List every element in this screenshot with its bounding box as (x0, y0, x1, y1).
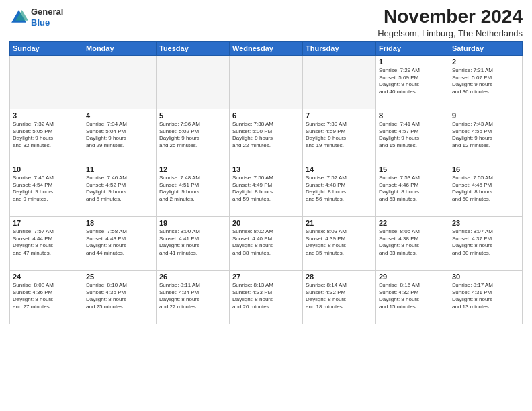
calendar-cell-w3-d5: 15Sunrise: 7:53 AMSunset: 4:46 PMDayligh… (376, 163, 449, 216)
day-number: 14 (306, 165, 373, 173)
month-title: November 2024 (378, 7, 523, 28)
calendar-cell-w4-d6: 23Sunrise: 8:07 AMSunset: 4:37 PMDayligh… (449, 216, 523, 270)
logo-blue: Blue (31, 17, 50, 28)
day-number: 18 (86, 219, 153, 227)
day-number: 29 (379, 273, 446, 281)
day-detail: Sunrise: 7:48 AMSunset: 4:51 PMDaylight:… (159, 175, 226, 203)
header-monday: Monday (83, 41, 157, 55)
day-detail: Sunrise: 7:32 AMSunset: 5:05 PMDaylight:… (13, 121, 80, 150)
day-number: 4 (86, 111, 153, 120)
day-detail: Sunrise: 7:29 AMSunset: 5:09 PMDaylight:… (379, 67, 446, 96)
day-detail: Sunrise: 8:02 AMSunset: 4:40 PMDaylight:… (232, 228, 300, 257)
day-detail: Sunrise: 8:10 AMSunset: 4:35 PMDaylight:… (86, 282, 153, 311)
calendar-cell-w1-d2 (157, 55, 230, 109)
day-number: 10 (13, 165, 80, 173)
calendar-week-2: 3Sunrise: 7:32 AMSunset: 5:05 PMDaylight… (10, 109, 523, 163)
calendar-cell-w3-d0: 10Sunrise: 7:45 AMSunset: 4:54 PMDayligh… (10, 163, 83, 216)
day-number: 27 (232, 273, 300, 281)
day-detail: Sunrise: 8:00 AMSunset: 4:41 PMDaylight:… (159, 228, 226, 257)
page: General Blue November 2024 Hegelsom, Lim… (0, 0, 532, 411)
header-tuesday: Tuesday (157, 41, 230, 55)
calendar-cell-w5-d3: 27Sunrise: 8:13 AMSunset: 4:33 PMDayligh… (230, 270, 303, 324)
day-detail: Sunrise: 7:58 AMSunset: 4:43 PMDaylight:… (86, 228, 153, 257)
calendar-cell-w4-d1: 18Sunrise: 7:58 AMSunset: 4:43 PMDayligh… (83, 216, 157, 270)
calendar-cell-w3-d6: 16Sunrise: 7:55 AMSunset: 4:45 PMDayligh… (449, 163, 523, 216)
day-detail: Sunrise: 7:46 AMSunset: 4:52 PMDaylight:… (86, 175, 153, 203)
day-number: 17 (13, 219, 80, 227)
header-friday: Friday (376, 41, 449, 55)
day-detail: Sunrise: 8:05 AMSunset: 4:38 PMDaylight:… (379, 228, 446, 257)
day-number: 16 (452, 165, 519, 173)
calendar-week-4: 17Sunrise: 7:57 AMSunset: 4:44 PMDayligh… (10, 216, 523, 270)
calendar-cell-w2-d6: 9Sunrise: 7:43 AMSunset: 4:55 PMDaylight… (449, 109, 523, 163)
day-number: 28 (306, 273, 373, 281)
calendar-cell-w4-d5: 22Sunrise: 8:05 AMSunset: 4:38 PMDayligh… (376, 216, 449, 270)
calendar-cell-w1-d1 (83, 55, 157, 109)
day-detail: Sunrise: 8:13 AMSunset: 4:33 PMDaylight:… (232, 282, 300, 311)
calendar-week-1: 1Sunrise: 7:29 AMSunset: 5:09 PMDaylight… (10, 55, 523, 109)
header-saturday: Saturday (449, 41, 523, 55)
logo: General Blue (9, 7, 63, 28)
calendar-header-row: Sunday Monday Tuesday Wednesday Thursday… (10, 41, 523, 55)
calendar-cell-w5-d5: 29Sunrise: 8:16 AMSunset: 4:32 PMDayligh… (376, 270, 449, 324)
day-detail: Sunrise: 7:50 AMSunset: 4:49 PMDaylight:… (232, 175, 300, 203)
calendar-cell-w2-d3: 6Sunrise: 7:38 AMSunset: 5:00 PMDaylight… (230, 109, 303, 163)
day-detail: Sunrise: 7:39 AMSunset: 4:59 PMDaylight:… (306, 121, 373, 150)
day-number: 20 (232, 219, 300, 227)
calendar-week-5: 24Sunrise: 8:08 AMSunset: 4:36 PMDayligh… (10, 270, 523, 324)
calendar-cell-w1-d4 (303, 55, 376, 109)
calendar-week-3: 10Sunrise: 7:45 AMSunset: 4:54 PMDayligh… (10, 163, 523, 216)
header-wednesday: Wednesday (230, 41, 303, 55)
day-number: 1 (379, 58, 446, 66)
title-block: November 2024 Hegelsom, Limburg, The Net… (378, 7, 523, 38)
calendar-cell-w4-d2: 19Sunrise: 8:00 AMSunset: 4:41 PMDayligh… (157, 216, 230, 270)
calendar-table: Sunday Monday Tuesday Wednesday Thursday… (9, 41, 523, 324)
calendar-cell-w1-d6: 2Sunrise: 7:31 AMSunset: 5:07 PMDaylight… (449, 55, 523, 109)
calendar-cell-w2-d5: 8Sunrise: 7:41 AMSunset: 4:57 PMDaylight… (376, 109, 449, 163)
calendar-cell-w5-d1: 25Sunrise: 8:10 AMSunset: 4:35 PMDayligh… (83, 270, 157, 324)
calendar-cell-w2-d1: 4Sunrise: 7:34 AMSunset: 5:04 PMDaylight… (83, 109, 157, 163)
calendar-cell-w1-d5: 1Sunrise: 7:29 AMSunset: 5:09 PMDaylight… (376, 55, 449, 109)
calendar-cell-w3-d4: 14Sunrise: 7:52 AMSunset: 4:48 PMDayligh… (303, 163, 376, 216)
day-number: 22 (379, 219, 446, 227)
day-detail: Sunrise: 7:34 AMSunset: 5:04 PMDaylight:… (86, 121, 153, 150)
calendar-cell-w5-d4: 28Sunrise: 8:14 AMSunset: 4:32 PMDayligh… (303, 270, 376, 324)
calendar-cell-w2-d0: 3Sunrise: 7:32 AMSunset: 5:05 PMDaylight… (10, 109, 83, 163)
day-number: 9 (452, 111, 519, 120)
day-number: 11 (86, 165, 153, 173)
calendar-cell-w4-d4: 21Sunrise: 8:03 AMSunset: 4:39 PMDayligh… (303, 216, 376, 270)
day-detail: Sunrise: 7:53 AMSunset: 4:46 PMDaylight:… (379, 175, 446, 203)
day-detail: Sunrise: 7:36 AMSunset: 5:02 PMDaylight:… (159, 121, 226, 150)
logo-text: General Blue (31, 7, 63, 28)
calendar-cell-w3-d1: 11Sunrise: 7:46 AMSunset: 4:52 PMDayligh… (83, 163, 157, 216)
day-number: 8 (379, 111, 446, 120)
day-detail: Sunrise: 8:17 AMSunset: 4:31 PMDaylight:… (452, 282, 519, 311)
header-sunday: Sunday (10, 41, 83, 55)
day-number: 6 (232, 111, 300, 120)
calendar-cell-w5-d0: 24Sunrise: 8:08 AMSunset: 4:36 PMDayligh… (10, 270, 83, 324)
location-title: Hegelsom, Limburg, The Netherlands (378, 28, 523, 38)
day-detail: Sunrise: 7:45 AMSunset: 4:54 PMDaylight:… (13, 175, 80, 203)
calendar-cell-w4-d0: 17Sunrise: 7:57 AMSunset: 4:44 PMDayligh… (10, 216, 83, 270)
day-number: 2 (452, 58, 519, 66)
day-detail: Sunrise: 7:57 AMSunset: 4:44 PMDaylight:… (13, 228, 80, 257)
day-detail: Sunrise: 7:31 AMSunset: 5:07 PMDaylight:… (452, 67, 519, 96)
calendar-cell-w2-d2: 5Sunrise: 7:36 AMSunset: 5:02 PMDaylight… (157, 109, 230, 163)
calendar-cell-w3-d3: 13Sunrise: 7:50 AMSunset: 4:49 PMDayligh… (230, 163, 303, 216)
day-number: 5 (159, 111, 226, 120)
header: General Blue November 2024 Hegelsom, Lim… (9, 7, 523, 38)
day-detail: Sunrise: 7:38 AMSunset: 5:00 PMDaylight:… (232, 121, 300, 150)
day-number: 21 (306, 219, 373, 227)
day-detail: Sunrise: 8:03 AMSunset: 4:39 PMDaylight:… (306, 228, 373, 257)
day-detail: Sunrise: 8:14 AMSunset: 4:32 PMDaylight:… (306, 282, 373, 311)
calendar-cell-w1-d3 (230, 55, 303, 109)
day-number: 24 (13, 273, 80, 281)
day-number: 26 (159, 273, 226, 281)
header-thursday: Thursday (303, 41, 376, 55)
day-detail: Sunrise: 7:52 AMSunset: 4:48 PMDaylight:… (306, 175, 373, 203)
day-number: 19 (159, 219, 226, 227)
calendar-cell-w3-d2: 12Sunrise: 7:48 AMSunset: 4:51 PMDayligh… (157, 163, 230, 216)
day-detail: Sunrise: 8:08 AMSunset: 4:36 PMDaylight:… (13, 282, 80, 311)
calendar-cell-w5-d2: 26Sunrise: 8:11 AMSunset: 4:34 PMDayligh… (157, 270, 230, 324)
day-number: 15 (379, 165, 446, 173)
